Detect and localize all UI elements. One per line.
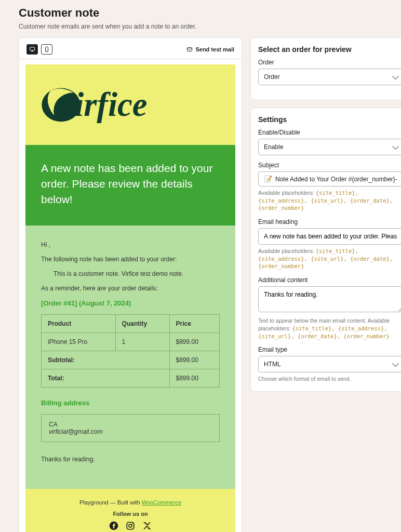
email-closing: Thanks for reading. [41,456,220,463]
email-greeting: Hi , [41,241,220,248]
email-preview: irfice A new note has been added to your… [25,64,235,532]
table-total-row: Total: $899.00 [42,369,220,387]
order-preview-card: Select an order for preview Order Order [250,37,401,100]
email-note: This is a customer note. Virfice test de… [41,270,220,277]
subject-label: Subject [258,162,401,169]
settings-card: Settings Enable/Disable Enable Subject 📝… [250,108,401,392]
email-preview-panel: Send test mail irfice A new note has bee… [19,37,242,532]
page-title: Customer note [19,6,382,20]
desktop-view-toggle[interactable] [26,44,38,55]
order-label: Order [258,59,401,66]
total-label: Total: [42,369,170,387]
email-heading-label: Email heading [258,218,401,225]
order-preview-heading: Select an order for preview [258,45,401,54]
send-test-mail-label: Send test mail [195,46,234,52]
x-twitter-icon[interactable] [142,521,152,532]
email-logo: irfice [25,64,235,145]
page-description: Customer note emails are sent when you a… [19,23,382,30]
col-product: Product [42,314,116,332]
billing-heading: Billing address [41,399,220,407]
email-order-ref: [Order #41] (August 7, 2024) [41,299,220,307]
enable-label: Enable/Disable [258,129,401,136]
table-subtotal-row: Subtotal: $899.00 [42,351,220,369]
svg-text:irfice: irfice [74,86,147,123]
svg-point-11 [132,523,133,524]
svg-point-10 [129,524,132,527]
mobile-view-toggle[interactable] [41,44,52,55]
billing-line1: CA [49,421,212,428]
email-intro: The following note has been added to you… [41,256,220,263]
table-header-row: Product Quantity Price [42,314,220,332]
email-type-label: Email type [258,346,401,353]
subject-hint: Available placeholders: {site_title}, {s… [258,189,401,212]
email-type-select[interactable]: HTML [258,356,401,373]
settings-heading: Settings [258,115,401,124]
order-select[interactable]: Order [258,69,401,85]
memo-emoji-icon: 📝 [264,175,272,183]
send-test-mail-button[interactable]: Send test mail [186,46,234,52]
instagram-icon[interactable] [126,521,135,532]
follow-us-label: Follow us on [31,511,230,517]
email-heading-input[interactable] [258,228,401,245]
email-footer: Playground — Built with WooCommerce Foll… [25,489,235,532]
table-row: iPhone 15 Pro 1 $899.00 [42,332,220,351]
cell-price: $899.00 [169,332,220,351]
subject-input[interactable]: 📝 Note Added to Your Order #{order_numbe… [258,171,401,187]
subtotal-value: $899.00 [169,351,220,369]
email-reminder: As a reminder, here are your order detai… [41,285,220,292]
subtotal-label: Subtotal: [42,351,170,369]
facebook-icon[interactable] [109,521,118,532]
subject-value: Note Added to Your Order #{order_number}… [275,176,397,183]
heading-hint: Available placeholders: {site_title}, {s… [258,247,401,270]
enable-select[interactable]: Enable [258,139,401,155]
additional-content-textarea[interactable] [258,286,401,312]
cell-quantity: 1 [115,332,169,351]
additional-content-label: Additional content [258,276,401,284]
toolbar-divider [19,59,242,59]
woocommerce-link[interactable]: WooCommerce [142,499,181,506]
col-quantity: Quantity [115,314,169,332]
email-hero-text: A new note has been added to your order.… [25,145,235,225]
svg-rect-0 [30,47,35,50]
email-type-hint: Choose which format of email to send. [258,375,401,383]
billing-line2: virficial@gmail.com [49,428,212,435]
playground-text: Playground — Built with [79,499,142,506]
cell-product: iPhone 15 Pro [42,332,116,351]
billing-box: CA virficial@gmail.com [41,414,220,442]
total-value: $899.00 [169,369,220,387]
col-price: Price [169,314,220,332]
order-table: Product Quantity Price iPhone 15 Pro 1 $… [41,314,220,388]
additional-hint: Text to appear below the main email cont… [258,317,401,340]
